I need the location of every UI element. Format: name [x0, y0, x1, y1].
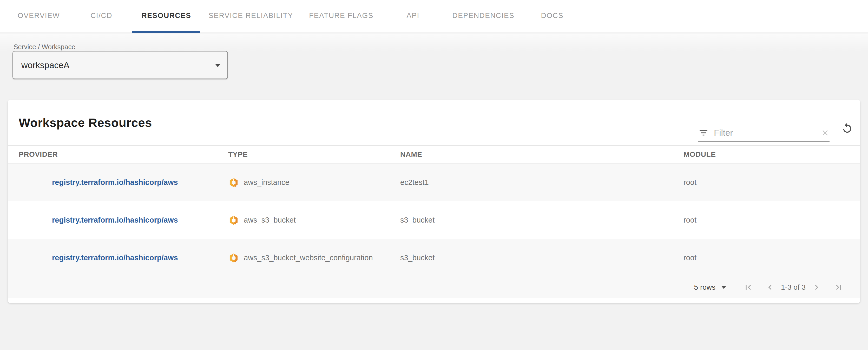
filter-box: [698, 124, 830, 142]
column-header-provider: PROVIDER: [8, 150, 228, 158]
table-row: registry.terraform.io/hashicorp/aws: [8, 164, 860, 201]
filter-list-icon: [698, 128, 709, 138]
close-icon: [821, 128, 830, 137]
tab-overview[interactable]: OVERVIEW: [18, 11, 60, 20]
filter-input[interactable]: [714, 128, 821, 138]
type-label: aws_s3_bucket_website_configuration: [244, 254, 373, 262]
provider-link[interactable]: registry.terraform.io/hashicorp/aws: [52, 254, 178, 262]
last-page-button[interactable]: [831, 280, 846, 295]
clear-filter-button[interactable]: [821, 128, 830, 137]
table-body: registry.terraform.io/hashicorp/aws: [8, 164, 860, 277]
table-row: registry.terraform.io/hashicorp/aws: [8, 239, 860, 277]
chevron-right-icon: [812, 282, 822, 292]
first-page-icon: [743, 282, 753, 292]
type-label: aws_instance: [244, 178, 289, 187]
provider-link[interactable]: registry.terraform.io/hashicorp/aws: [52, 178, 178, 187]
name-label: s3_bucket: [400, 254, 435, 262]
terraform-aws-provider-icon: [228, 177, 239, 188]
next-page-button[interactable]: [809, 280, 824, 295]
table-pagination: 5 rows 1-3 of 3: [8, 277, 860, 298]
table-row: registry.terraform.io/hashicorp/aws: [8, 201, 860, 239]
active-tab-indicator: [132, 31, 200, 33]
main-content: Service / Workspace workspaceA Workspace…: [0, 33, 868, 350]
column-header-type: TYPE: [228, 150, 400, 158]
card-title: Workspace Resources: [19, 115, 152, 130]
first-page-button[interactable]: [741, 280, 755, 295]
tab-api[interactable]: API: [406, 11, 420, 20]
chevron-down-icon: [721, 286, 726, 289]
previous-page-button[interactable]: [763, 280, 777, 295]
workspace-select-label: Service / Workspace: [13, 43, 75, 51]
refresh-icon: [841, 122, 853, 134]
module-label: root: [683, 178, 696, 187]
refresh-button[interactable]: [839, 120, 856, 137]
tab-service-reliability[interactable]: SERVICE RELIABILITY: [209, 11, 293, 20]
column-header-module: MODULE: [683, 150, 860, 158]
type-label: aws_s3_bucket: [244, 216, 296, 225]
tab-feature-flags[interactable]: FEATURE FLAGS: [309, 11, 373, 20]
rows-per-page-select[interactable]: 5 rows: [694, 283, 726, 291]
entity-tabs-header: OVERVIEW CI/CD RESOURCES SERVICE RELIABI…: [0, 0, 868, 33]
tab-dependencies[interactable]: DEPENDENCIES: [453, 11, 515, 20]
name-label: ec2test1: [400, 178, 429, 187]
provider-link[interactable]: registry.terraform.io/hashicorp/aws: [52, 216, 178, 225]
module-label: root: [683, 216, 696, 225]
tab-docs[interactable]: DOCS: [541, 11, 564, 20]
chevron-left-icon: [765, 282, 775, 292]
tab-cicd[interactable]: CI/CD: [90, 11, 112, 20]
pagination-range: 1-3 of 3: [781, 283, 806, 291]
last-page-icon: [833, 282, 843, 292]
terraform-aws-provider-icon: [228, 214, 239, 226]
chevron-down-icon: [215, 64, 221, 67]
workspace-select-value: workspaceA: [21, 60, 69, 70]
tab-resources[interactable]: RESOURCES: [142, 11, 191, 20]
module-label: root: [683, 254, 696, 262]
rows-per-page-value: 5 rows: [694, 283, 715, 291]
workspace-select[interactable]: workspaceA: [12, 51, 228, 79]
terraform-aws-provider-icon: [228, 252, 239, 264]
table-header-row: PROVIDER TYPE NAME MODULE: [8, 146, 860, 164]
workspace-resources-card: Workspace Resources PROVIDER: [8, 99, 860, 303]
card-header: Workspace Resources: [8, 99, 860, 146]
column-header-name: NAME: [400, 150, 683, 158]
name-label: s3_bucket: [400, 216, 435, 225]
